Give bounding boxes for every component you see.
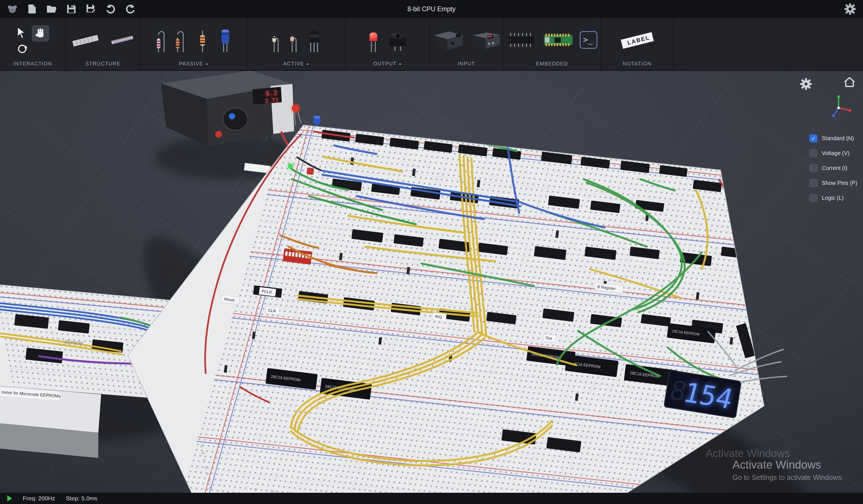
checkbox-label: Show Pins (P) <box>822 180 858 186</box>
checkbox-box[interactable] <box>809 134 817 142</box>
checkbox-standard[interactable]: Standard (N) <box>809 134 854 142</box>
svg-text:Out: Out <box>545 336 552 341</box>
checkbox-current[interactable]: Current (I) <box>809 164 847 172</box>
checkbox-box[interactable] <box>809 194 817 202</box>
new-file-icon[interactable] <box>26 3 38 15</box>
home-icon[interactable] <box>844 77 855 88</box>
checkbox-box[interactable] <box>809 179 817 187</box>
resistor-bent-icon-2[interactable] <box>174 26 187 54</box>
psu-button[interactable] <box>215 131 222 138</box>
section-label-input: INPUT <box>458 61 475 67</box>
settings-gear-icon[interactable] <box>845 3 856 15</box>
power-supply-icon[interactable] <box>431 28 465 53</box>
save-icon[interactable] <box>66 3 77 15</box>
svg-text:CLR: CLR <box>268 308 276 313</box>
cursor-tool[interactable] <box>16 27 26 40</box>
label-tag-icon[interactable]: LABEL <box>617 29 657 52</box>
orientation-gizmo[interactable] <box>826 94 851 121</box>
toolbar-section-output: OUTPUT▾ <box>346 18 430 70</box>
section-label-structure: STRUCTURE <box>85 61 121 67</box>
frequency-readout: Freq: 200Hz <box>23 495 55 502</box>
breadboard-strip-icon[interactable] <box>71 30 104 51</box>
title-bar: 8-bit CPU Empty <box>0 0 863 18</box>
resistor-axial-icon[interactable] <box>193 26 212 54</box>
psu-voltage-readout: 6.2 <box>265 89 278 98</box>
svg-text:>_: >_ <box>583 35 593 45</box>
toolbar-section-interaction: INTERACTION <box>0 18 66 70</box>
checkbox-label: Standard (N) <box>822 135 854 142</box>
redo-icon[interactable] <box>125 3 136 15</box>
toolbar-section-structure: STRUCTURE <box>66 18 140 70</box>
rotate-tool[interactable] <box>16 43 28 55</box>
checkbox-voltage[interactable]: Voltage (V) <box>809 149 850 157</box>
psu-knob[interactable] <box>223 108 248 130</box>
dropdown-caret-icon: ▾ <box>205 62 208 66</box>
diode-icon-2[interactable] <box>288 26 300 54</box>
toolbar-section-passive: PASSIVE▾ <box>140 18 247 70</box>
viewport-settings-gear-icon[interactable] <box>800 78 812 91</box>
undo-icon[interactable] <box>105 3 116 15</box>
microcontroller-icon[interactable] <box>543 31 574 50</box>
capacitor-icon[interactable] <box>218 26 233 54</box>
play-button[interactable] <box>7 495 12 502</box>
terminal-icon[interactable]: >_ <box>579 30 598 50</box>
section-label-embedded: EMBEDDED <box>536 61 568 67</box>
hand-tool[interactable] <box>32 25 49 41</box>
psu-current-readout: 2.71 <box>265 96 279 104</box>
layers-panel: Standard (N) Voltage (V) Current (I) Sho… <box>809 134 858 202</box>
section-label-notation: NOTATION <box>623 61 651 67</box>
transistor-icon[interactable] <box>305 26 323 54</box>
diode-icon[interactable] <box>270 26 282 54</box>
resistor-bent-icon[interactable] <box>154 26 168 54</box>
red-led[interactable] <box>292 105 299 112</box>
checkbox-show-pins[interactable]: Show Pins (P) <box>809 179 858 187</box>
save-as-icon[interactable] <box>85 3 97 15</box>
buzzer-icon[interactable] <box>387 28 409 53</box>
section-label-passive[interactable]: PASSIVE▾ <box>179 61 208 67</box>
checkbox-logic[interactable]: Logic (L) <box>809 194 843 202</box>
step-readout: Step: 5.0ms <box>66 495 98 502</box>
section-label-output[interactable]: OUTPUT▾ <box>373 61 402 67</box>
toolbar-section-active: ACTIVE▾ <box>247 18 346 70</box>
toolbar-section-input: INPUT <box>430 18 503 70</box>
dropdown-caret-icon: ▾ <box>307 62 309 66</box>
open-folder-icon[interactable] <box>46 3 57 15</box>
bench-supply-icon[interactable] <box>471 29 501 52</box>
app-window: 8-bit CPU Empty <box>0 0 863 504</box>
checkbox-label: Logic (L) <box>822 195 843 201</box>
scene-canvas[interactable]: EEPROM mmer for Microcode EEPROMs 6.2 2.… <box>0 70 863 493</box>
section-label-interaction: INTERACTION <box>13 61 52 67</box>
toolbar-filler <box>674 18 863 70</box>
toolbar-section-notation: LABEL NOTATION <box>601 18 674 70</box>
section-label-active[interactable]: ACTIVE▾ <box>283 61 309 67</box>
green-led[interactable] <box>288 164 293 169</box>
checkbox-box[interactable] <box>809 164 817 172</box>
checkbox-box[interactable] <box>809 149 817 157</box>
component-toolbar: INTERACTION STRUCTURE <box>0 18 863 71</box>
app-logo-icon <box>7 3 18 15</box>
led-icon[interactable] <box>366 26 381 54</box>
checkbox-label: Voltage (V) <box>822 150 850 156</box>
rail-strip-icon[interactable] <box>110 32 135 49</box>
status-bar: Freq: 200Hz Step: 5.0ms <box>0 493 863 504</box>
dropdown-caret-icon: ▾ <box>399 62 402 66</box>
toolbar-section-embedded: >_ EMBEDDED <box>503 18 601 70</box>
checkbox-label: Current (I) <box>822 165 847 172</box>
dip-ic-icon[interactable] <box>506 30 537 51</box>
svg-text:IRQ: IRQ <box>435 314 442 319</box>
viewport[interactable]: EEPROM mmer for Microcode EEPROMs 6.2 2.… <box>0 70 863 493</box>
